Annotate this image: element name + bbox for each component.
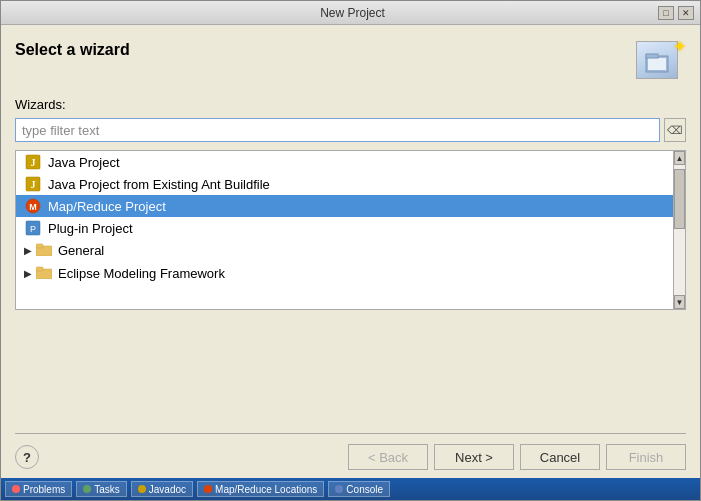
tasks-dot [83,485,91,493]
general-folder-icon [36,242,52,259]
svg-rect-12 [36,244,43,248]
taskbar-javadoc[interactable]: Javadoc [131,481,193,497]
svg-text:P: P [30,224,36,234]
svg-text:M: M [29,202,37,212]
console-dot [335,485,343,493]
finish-button[interactable]: Finish [606,444,686,470]
clear-filter-button[interactable]: ⌫ [664,118,686,142]
wizard-icon-image [636,41,678,79]
help-button[interactable]: ? [15,445,39,469]
svg-text:J: J [31,179,36,190]
list-item[interactable]: ▶ Eclipse Modeling Framework [16,262,673,285]
svg-text:J: J [31,157,36,168]
list-item[interactable]: J Java Project from Existing Ant Buildfi… [16,173,673,195]
svg-rect-1 [648,58,666,70]
plugin-project-label: Plug-in Project [48,221,133,236]
filter-section: ⌫ [15,118,686,142]
page-title: Select a wizard [15,41,130,59]
taskbar-problems[interactable]: Problems [5,481,72,497]
java-ant-project-label: Java Project from Existing Ant Buildfile [48,177,270,192]
general-label: General [58,243,104,258]
list-item[interactable]: P Plug-in Project [16,217,673,239]
nav-buttons: < Back Next > Cancel Finish [348,444,686,470]
window-title: New Project [47,6,658,20]
header-section: Select a wizard ✦ [15,37,686,83]
taskbar-console[interactable]: Console [328,481,390,497]
scrollbar-track-area [674,165,685,295]
next-button[interactable]: Next > [434,444,514,470]
mapreduce-project-label: Map/Reduce Project [48,199,166,214]
minimize-button[interactable]: □ [658,6,674,20]
spacer [15,310,686,433]
scroll-down-button[interactable]: ▼ [674,295,685,309]
list-item[interactable]: M Map/Reduce Project [16,195,673,217]
mapreduce-dot [204,485,212,493]
star-icon: ✦ [673,37,686,56]
java-ant-project-icon: J [24,176,42,192]
expand-arrow-icon: ▶ [24,268,32,279]
emf-label: Eclipse Modeling Framework [58,266,225,281]
scrollbar[interactable]: ▲ ▼ [673,151,685,309]
close-button[interactable]: ✕ [678,6,694,20]
plugin-project-icon: P [24,220,42,236]
bottom-bar: ? < Back Next > Cancel Finish [15,433,686,470]
javadoc-dot [138,485,146,493]
filter-input[interactable] [15,118,660,142]
title-bar-buttons: □ ✕ [658,6,694,20]
emf-folder-icon [36,265,52,282]
taskbar-tasks[interactable]: Tasks [76,481,127,497]
taskbar-mapreduce-locations[interactable]: Map/Reduce Locations [197,481,324,497]
cancel-button[interactable]: Cancel [520,444,600,470]
list-item[interactable]: ▶ General [16,239,673,262]
scrollbar-thumb[interactable] [674,169,685,229]
java-project-icon: J [24,154,42,170]
svg-rect-2 [646,54,658,58]
title-bar: New Project □ ✕ [1,1,700,25]
java-project-label: Java Project [48,155,120,170]
taskbar: Problems Tasks Javadoc Map/Reduce Locati… [1,478,700,500]
back-button[interactable]: < Back [348,444,428,470]
wizards-label: Wizards: [15,97,686,112]
svg-rect-14 [36,267,43,271]
main-window: New Project □ ✕ Select a wizard ✦ W [0,0,701,501]
wizard-list: J Java Project J Java Project from Exist… [16,151,673,309]
expand-arrow-icon: ▶ [24,245,32,256]
problems-dot [12,485,20,493]
window-body: Select a wizard ✦ Wizards: ⌫ [1,25,700,478]
wizard-icon: ✦ [636,37,686,83]
list-item[interactable]: J Java Project [16,151,673,173]
scroll-up-button[interactable]: ▲ [674,151,685,165]
wizard-list-container: J Java Project J Java Project from Exist… [15,150,686,310]
mapreduce-project-icon: M [24,198,42,214]
